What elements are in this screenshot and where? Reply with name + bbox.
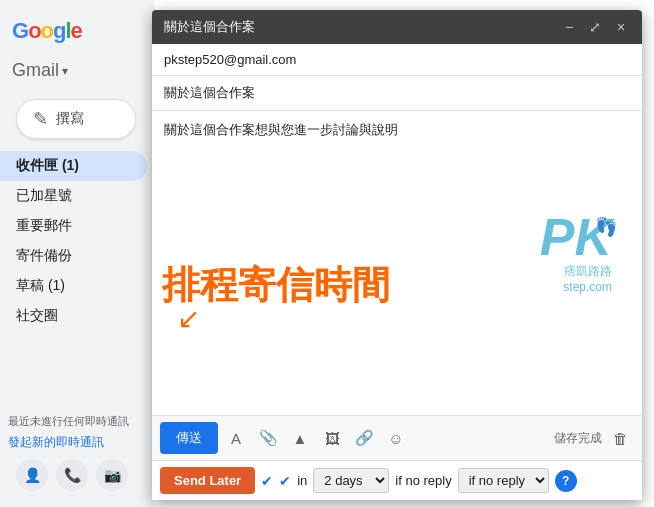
save-complete-button[interactable]: 儲存完成 <box>554 430 602 447</box>
sidebar-icon-bar: 👤 📞 📷 <box>8 451 147 499</box>
checkmark-icon: ✔ <box>261 473 273 489</box>
compose-window: 關於這個合作案 − ⤢ × pkstep520@gmail.com 關於這個合作… <box>152 10 642 500</box>
sidebar-item-important[interactable]: 重要郵件 <box>0 211 147 241</box>
important-label: 重要郵件 <box>16 217 72 233</box>
google-logo: Google <box>0 10 155 56</box>
sidebar-item-circles[interactable]: 社交圈 <box>0 301 147 331</box>
send-later-row: Send Later ✔ ✔ in 1 day 2 days 3 days 1 … <box>152 460 642 500</box>
compose-button[interactable]: ✎ 撰寫 <box>16 99 136 139</box>
circles-label: 社交圈 <box>16 307 58 323</box>
subject-text: 關於這個合作案 <box>164 85 255 100</box>
no-chat-text: 最近未進行任何即時通訊 <box>8 414 147 428</box>
trash-button[interactable]: 🗑 <box>606 424 634 452</box>
format-icon: A <box>231 430 241 447</box>
compose-header-actions: − ⤢ × <box>560 18 630 36</box>
photo-icon: 🖼 <box>325 430 340 447</box>
sidebar-item-drafts[interactable]: 草稿 (1) <box>0 271 147 301</box>
expand-button[interactable]: ⤢ <box>586 18 604 36</box>
compose-header: 關於這個合作案 − ⤢ × <box>152 10 642 44</box>
minimize-button[interactable]: − <box>560 18 578 36</box>
emoji-icon: ☺ <box>388 430 403 447</box>
person-icon[interactable]: 👤 <box>16 459 48 491</box>
gmail-chevron-icon: ▾ <box>62 64 68 78</box>
plus-icon: ✎ <box>33 108 48 130</box>
close-button[interactable]: × <box>612 18 630 36</box>
send-button[interactable]: 傳送 <box>160 422 218 454</box>
foot-icon: 👣 <box>595 216 617 238</box>
starred-label: 已加星號 <box>16 187 72 203</box>
subject-field: 關於這個合作案 <box>152 76 642 111</box>
sidebar-item-sent[interactable]: 寄件備份 <box>0 241 147 271</box>
gmail-text: Gmail <box>12 60 59 81</box>
sidebar: Google Gmail ▾ ✎ 撰寫 收件匣 (1) 已加星號 重要郵件 寄件… <box>0 0 155 507</box>
link-button[interactable]: 🔗 <box>350 424 378 452</box>
sidebar-bottom: 最近未進行任何即時通訊 發起新的即時通訊 👤 📞 📷 <box>0 406 155 507</box>
gmail-label[interactable]: Gmail ▾ <box>0 56 155 91</box>
link-icon: 🔗 <box>355 429 374 447</box>
compose-body[interactable]: 關於這個合作案想與您進一步討論與說明 PK 👣 痞凱路路 step.com 排程… <box>152 111 642 415</box>
compose-label: 撰寫 <box>56 110 84 128</box>
checkmark-blue-icon: ✔ <box>279 473 291 489</box>
attachment-icon: 📎 <box>259 429 278 447</box>
compose-window-title: 關於這個合作案 <box>164 18 255 36</box>
phone-icon[interactable]: 📞 <box>56 459 88 491</box>
to-field: pkstep520@gmail.com <box>152 44 642 76</box>
drive-icon: ▲ <box>293 430 308 447</box>
send-later-button[interactable]: Send Later <box>160 467 255 494</box>
help-button[interactable]: ? <box>555 470 577 492</box>
annotation-overlay: 排程寄信時間 ↙ <box>162 265 632 335</box>
new-chat-link[interactable]: 發起新的即時通訊 <box>8 434 147 451</box>
compose-toolbar: 傳送 A 📎 ▲ 🖼 🔗 ☺ 儲存完成 🗑 <box>152 415 642 460</box>
logo-text: Google <box>12 18 82 44</box>
if-no-reply-label: if no reply <box>395 473 451 488</box>
format-text-button[interactable]: A <box>222 424 250 452</box>
drafts-label: 草稿 (1) <box>16 277 65 293</box>
sidebar-item-inbox[interactable]: 收件匣 (1) <box>0 151 147 181</box>
inbox-label: 收件匣 (1) <box>16 157 79 173</box>
sent-label: 寄件備份 <box>16 247 72 263</box>
annotation-text: 排程寄信時間 <box>162 265 632 307</box>
to-address: pkstep520@gmail.com <box>164 52 296 67</box>
photo-button[interactable]: 🖼 <box>318 424 346 452</box>
trash-icon: 🗑 <box>613 430 628 447</box>
in-label: in <box>297 473 307 488</box>
body-text: 關於這個合作案想與您進一步討論與說明 <box>164 122 398 137</box>
emoji-button[interactable]: ☺ <box>382 424 410 452</box>
drive-button[interactable]: ▲ <box>286 424 314 452</box>
sidebar-item-starred[interactable]: 已加星號 <box>0 181 147 211</box>
days-select[interactable]: 1 day 2 days 3 days 1 week <box>313 468 389 493</box>
camera-icon[interactable]: 📷 <box>96 459 128 491</box>
attachment-button[interactable]: 📎 <box>254 424 282 452</box>
if-no-reply-select[interactable]: if no reply always never <box>458 468 549 493</box>
